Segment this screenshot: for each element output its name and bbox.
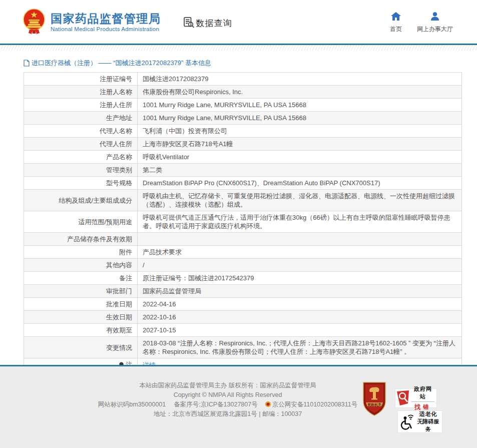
wheelchair-wifi-icon bbox=[400, 413, 416, 430]
row-value: 呼吸机Ventilator bbox=[138, 151, 462, 164]
row-value: 1001 Murry Ridge Lane, MURRYSVILLE, PA U… bbox=[138, 112, 462, 125]
table-row: 其他内容/ bbox=[24, 259, 462, 272]
row-label: 批准日期 bbox=[24, 298, 138, 311]
table-row: 型号规格DreamStation BiPAP Pro (CNX600S17)、D… bbox=[24, 177, 462, 190]
table-row: 注册人名称伟康股份有限公司Respironics, Inc. bbox=[24, 86, 462, 99]
nmpa-emblem-logo[interactable] bbox=[23, 8, 46, 38]
accessibility-service-badge[interactable]: 适老化 无障碍服务 bbox=[398, 411, 442, 432]
row-label: 代理人住所 bbox=[24, 138, 138, 151]
footer-icp-number[interactable]: 备案序号:京ICP备13027807号 bbox=[174, 401, 257, 408]
party-gov-badge-text: 党政机关 bbox=[367, 402, 381, 407]
table-row: 附件产品技术要求 bbox=[24, 246, 462, 259]
row-value: 产品技术要求 bbox=[138, 246, 462, 259]
nav-home-label: 首页 bbox=[390, 25, 402, 34]
nav-item-service-hall[interactable]: 网上办事大厅 bbox=[417, 12, 453, 34]
footer-line-address: 地址：北京市西城区展览路北露园1号 | 邮编：100037 bbox=[75, 409, 380, 419]
top-nav: 首页 网上办事大厅 bbox=[390, 12, 453, 34]
row-label: 生产地址 bbox=[24, 112, 138, 125]
magnifier-icon bbox=[395, 390, 410, 406]
data-query-nav[interactable]: 数据查询 bbox=[183, 17, 232, 30]
site-header: 国家药品监督管理局 National Medical Products Admi… bbox=[0, 0, 477, 44]
table-row: 代理人名称飞利浦（中国）投资有限公司 bbox=[24, 125, 462, 138]
footer-line-copyright: Copyright © NMPA All Rights Reserved bbox=[75, 390, 380, 400]
row-label: 备注 bbox=[24, 272, 138, 285]
table-row: 产品名称呼吸机Ventilator bbox=[24, 151, 462, 164]
row-value: 呼吸机可提供气道正压通气疗法，适用于治疗体重在30kg（66磅）以上有自主呼吸的… bbox=[138, 211, 462, 233]
row-label: 其他内容 bbox=[24, 259, 138, 272]
table-row: 有效期至2027-10-15 bbox=[24, 324, 462, 337]
row-value: 2022-10-16 bbox=[138, 311, 462, 324]
row-label: 产品名称 bbox=[24, 151, 138, 164]
row-label: 变更情况 bbox=[24, 337, 138, 358]
access-badge-line2: 无障碍服务 bbox=[416, 418, 440, 433]
org-name-en: National Medical Products Administration bbox=[51, 26, 161, 32]
table-row: 批准日期2022-04-16 bbox=[24, 298, 462, 311]
jiucuo-badge-action: 找错 bbox=[411, 403, 434, 411]
data-query-icon bbox=[183, 17, 195, 30]
table-row: 注册人住所1001 Murry Ridge Lane, MURRYSVILLE,… bbox=[24, 99, 462, 112]
row-value: 伟康股份有限公司Respironics, Inc. bbox=[138, 86, 462, 99]
row-label: 产品储存条件及有效期 bbox=[24, 233, 138, 246]
striped-band bbox=[0, 45, 477, 51]
user-icon bbox=[430, 12, 439, 23]
row-value: 2027-10-15 bbox=[138, 324, 462, 337]
row-label: 附件 bbox=[24, 246, 138, 259]
row-value: 2022-04-16 bbox=[138, 298, 462, 311]
table-row: 变更情况2018-03-08 “注册人名称：Respironics, Inc.；… bbox=[24, 337, 462, 358]
row-value: / bbox=[138, 259, 462, 272]
table-row: 注册证编号国械注进20172082379 bbox=[24, 73, 462, 86]
table-row: 审批部门国家药品监督管理局 bbox=[24, 285, 462, 298]
row-value bbox=[138, 233, 462, 246]
nav-item-home[interactable]: 首页 bbox=[390, 12, 402, 34]
row-value: 呼吸机由主机、记忆存储卡、可重复使用花粉过滤膜、湿化器、电源适配器、电源线、一次… bbox=[138, 190, 462, 211]
footer-text-block: 本站由国家药品监督管理局主办 版权所有：国家药品监督管理局 Copyright … bbox=[75, 381, 380, 419]
footer-line-registration: 网站标识码bm35000001备案序号:京ICP备13027807号京公网安备1… bbox=[75, 400, 380, 409]
table-row: 适用范围/预期用途呼吸机可提供气道正压通气疗法，适用于治疗体重在30kg（66磅… bbox=[24, 211, 462, 233]
row-value: 国家药品监督管理局 bbox=[138, 285, 462, 298]
table-row: 结构及组成/主要组成成分呼吸机由主机、记忆存储卡、可重复使用花粉过滤膜、湿化器、… bbox=[24, 190, 462, 211]
nav-hall-label: 网上办事大厅 bbox=[417, 25, 453, 34]
breadcrumb-text: 进口医疗器械（注册） —— “国械注进20172082379” 基本信息 bbox=[32, 59, 211, 68]
org-title-block: 国家药品监督管理局 National Medical Products Admi… bbox=[51, 12, 161, 32]
party-gov-shield-badge: 党政机关 bbox=[361, 381, 387, 423]
row-value: 国械注进20172082379 bbox=[138, 73, 462, 86]
police-badge-icon bbox=[265, 401, 271, 407]
table-row: 备注原注册证编号：国械注进20172542379 bbox=[24, 272, 462, 285]
row-label: 代理人名称 bbox=[24, 125, 138, 138]
table-row: 产品储存条件及有效期 bbox=[24, 233, 462, 246]
row-value: 1001 Murry Ridge Lane, MURRYSVILLE, PA U… bbox=[138, 99, 462, 112]
table-row: 代理人住所上海市静安区灵石路718号A1幢 bbox=[24, 138, 462, 151]
row-label: 结构及组成/主要组成成分 bbox=[24, 190, 138, 211]
footer-site-code: 网站标识码bm35000001 bbox=[98, 401, 166, 408]
gov-site-error-report-badge[interactable]: 政府网站 找错 bbox=[395, 389, 436, 407]
breadcrumb: 进口医疗器械（注册） —— “国械注进20172082379” 基本信息 bbox=[24, 59, 477, 68]
footer-psb-number[interactable]: 京公网安备11010202008311号 bbox=[272, 401, 357, 408]
row-value: DreamStation BiPAP Pro (CNX600S17)、Dream… bbox=[138, 177, 462, 190]
row-value: 原注册证编号：国械注进20172542379 bbox=[138, 272, 462, 285]
table-row: 生产地址1001 Murry Ridge Lane, MURRYSVILLE, … bbox=[24, 112, 462, 125]
home-icon bbox=[391, 12, 401, 23]
registration-info-table: 注册证编号国械注进20172082379 注册人名称伟康股份有限公司Respir… bbox=[24, 72, 477, 372]
table-row: 生效日期2022-10-16 bbox=[24, 311, 462, 324]
footer-line-host: 本站由国家药品监督管理局主办 版权所有：国家药品监督管理局 bbox=[75, 381, 380, 390]
row-label: 生效日期 bbox=[24, 311, 138, 324]
site-footer: 本站由国家药品监督管理局主办 版权所有：国家药品监督管理局 Copyright … bbox=[0, 365, 477, 448]
row-label: 管理类别 bbox=[24, 164, 138, 177]
table-row: 管理类别第二类 bbox=[24, 164, 462, 177]
row-value: 2018-03-08 “注册人名称：Respironics, Inc.；代理人住… bbox=[138, 337, 462, 358]
jiucuo-badge-title: 政府网站 bbox=[411, 385, 434, 402]
row-value: 第二类 bbox=[138, 164, 462, 177]
row-label: 适用范围/预期用途 bbox=[24, 211, 138, 233]
row-label: 审批部门 bbox=[24, 285, 138, 298]
row-label: 注册人住所 bbox=[24, 99, 138, 112]
row-label: 注册人名称 bbox=[24, 86, 138, 99]
row-value: 飞利浦（中国）投资有限公司 bbox=[138, 125, 462, 138]
org-name-cn: 国家药品监督管理局 bbox=[51, 12, 161, 25]
row-label: 注册证编号 bbox=[24, 73, 138, 86]
document-icon bbox=[24, 60, 30, 67]
row-value: 上海市静安区灵石路718号A1幢 bbox=[138, 138, 462, 151]
access-badge-line1: 适老化 bbox=[416, 410, 440, 418]
data-query-label: 数据查询 bbox=[196, 18, 232, 29]
row-label: 有效期至 bbox=[24, 324, 138, 337]
row-label: 型号规格 bbox=[24, 177, 138, 190]
